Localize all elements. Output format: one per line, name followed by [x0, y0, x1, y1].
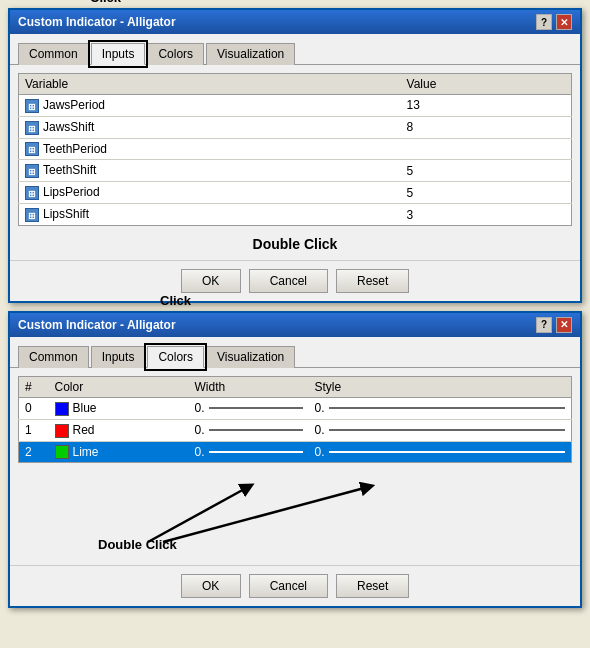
color-swatch-lime: [55, 445, 69, 459]
col-variable-header: Variable: [19, 74, 401, 95]
table-row[interactable]: ⊞LipsPeriod 5: [19, 182, 572, 204]
bottom-dblclick-label: Double Click: [98, 537, 177, 552]
top-dialog-body: Variable Value ⊞JawsPeriod 13 ⊞JawsShift: [10, 65, 580, 260]
style-display: 0.: [315, 445, 566, 459]
row-value: 5: [401, 160, 572, 182]
color-name: Blue: [49, 397, 189, 419]
color-row-1[interactable]: 1 Red 0. 0.: [19, 419, 572, 441]
color-index: 2: [19, 441, 49, 463]
width-display: 0.: [195, 401, 303, 415]
bottom-tabs: Common Inputs Colors Visualization: [10, 341, 580, 368]
top-tabs: Common Inputs Colors Visualization: [10, 38, 580, 65]
bottom-click-annotation: Click: [160, 293, 191, 308]
bottom-cancel-button[interactable]: Cancel: [249, 574, 328, 598]
bottom-dialog-title: Custom Indicator - Alligator: [18, 318, 176, 332]
color-width: 0.: [189, 419, 309, 441]
top-cancel-button[interactable]: Cancel: [249, 269, 328, 293]
row-variable: ⊞LipsPeriod: [19, 182, 401, 204]
tab-common-top[interactable]: Common: [18, 43, 89, 65]
row-variable: ⊞TeethShift: [19, 160, 401, 182]
tab-visualization-top[interactable]: Visualization: [206, 43, 295, 65]
top-dialog-title: Custom Indicator - Alligator: [18, 15, 176, 29]
color-index: 0: [19, 397, 49, 419]
bottom-dialog-footer: OK Cancel Reset: [10, 565, 580, 606]
tab-inputs-top[interactable]: Inputs: [91, 43, 146, 65]
width-display: 0.: [195, 423, 303, 437]
tab-colors-top[interactable]: Colors: [147, 43, 204, 65]
width-line: [209, 451, 303, 453]
row-icon: ⊞: [25, 142, 39, 156]
row-value: 8: [401, 116, 572, 138]
tab-common-bottom[interactable]: Common: [18, 346, 89, 368]
color-swatch-blue: [55, 402, 69, 416]
row-variable: ⊞LipsShift: [19, 204, 401, 226]
bottom-title-bar: Custom Indicator - Alligator ? ✕: [10, 313, 580, 337]
color-name: Red: [49, 419, 189, 441]
bottom-title-buttons: ? ✕: [536, 317, 572, 333]
bottom-reset-button[interactable]: Reset: [336, 574, 409, 598]
top-reset-button[interactable]: Reset: [336, 269, 409, 293]
bottom-dialog: Custom Indicator - Alligator ? ✕ Common …: [8, 311, 582, 608]
color-style: 0.: [309, 397, 572, 419]
table-row[interactable]: ⊞TeethShift 5: [19, 160, 572, 182]
row-icon: ⊞: [25, 164, 39, 178]
top-close-button[interactable]: ✕: [556, 14, 572, 30]
style-line: [329, 451, 565, 453]
top-help-button[interactable]: ?: [536, 14, 552, 30]
bottom-ok-button[interactable]: OK: [181, 574, 241, 598]
top-dialog-window: Custom Indicator - Alligator ? ✕ Common …: [8, 8, 582, 303]
color-row-2[interactable]: 2 Lime 0. 0.: [19, 441, 572, 463]
bottom-close-button[interactable]: ✕: [556, 317, 572, 333]
table-row[interactable]: ⊞TeethPeriod: [19, 138, 572, 160]
row-variable: ⊞TeethPeriod: [19, 138, 401, 160]
top-title-buttons: ? ✕: [536, 14, 572, 30]
col-value-header: Value: [401, 74, 572, 95]
color-width: 0.: [189, 397, 309, 419]
row-value: 13: [401, 95, 572, 117]
row-icon: ⊞: [25, 186, 39, 200]
top-ok-button[interactable]: OK: [181, 269, 241, 293]
top-dblclick-label: Double Click: [18, 236, 572, 252]
row-value: [401, 138, 572, 160]
width-line: [209, 429, 303, 431]
top-dialog: Custom Indicator - Alligator ? ✕ Common …: [8, 8, 582, 303]
col-style-header: Style: [309, 376, 572, 397]
tab-inputs-bottom[interactable]: Inputs: [91, 346, 146, 368]
row-icon: ⊞: [25, 121, 39, 135]
inputs-table: Variable Value ⊞JawsPeriod 13 ⊞JawsShift: [18, 73, 572, 226]
color-index: 1: [19, 419, 49, 441]
width-line: [209, 407, 303, 409]
color-swatch-red: [55, 424, 69, 438]
table-row[interactable]: ⊞JawsPeriod 13: [19, 95, 572, 117]
style-line: [329, 429, 565, 431]
color-style: 0.: [309, 419, 572, 441]
bottom-dialog-body: # Color Width Style 0 Blue 0.: [10, 368, 580, 565]
color-row-0[interactable]: 0 Blue 0. 0.: [19, 397, 572, 419]
tab-colors-bottom[interactable]: Colors: [147, 346, 204, 368]
bottom-help-button[interactable]: ?: [536, 317, 552, 333]
top-title-bar: Custom Indicator - Alligator ? ✕: [10, 10, 580, 34]
tab-visualization-bottom[interactable]: Visualization: [206, 346, 295, 368]
row-variable: ⊞JawsPeriod: [19, 95, 401, 117]
color-style: 0.: [309, 441, 572, 463]
style-display: 0.: [315, 423, 566, 437]
top-click-annotation: Click: [90, 0, 121, 5]
table-row[interactable]: ⊞LipsShift 3: [19, 204, 572, 226]
row-icon: ⊞: [25, 99, 39, 113]
bottom-dialog-window: Custom Indicator - Alligator ? ✕ Common …: [8, 311, 582, 608]
svg-line-1: [163, 487, 368, 542]
width-display: 0.: [195, 445, 303, 459]
style-display: 0.: [315, 401, 566, 415]
row-value: 3: [401, 204, 572, 226]
color-width: 0.: [189, 441, 309, 463]
col-hash-header: #: [19, 376, 49, 397]
top-dialog-footer: OK Cancel Reset: [10, 260, 580, 301]
row-value: 5: [401, 182, 572, 204]
col-color-header: Color: [49, 376, 189, 397]
row-variable: ⊞JawsShift: [19, 116, 401, 138]
style-line: [329, 407, 565, 409]
table-row[interactable]: ⊞JawsShift 8: [19, 116, 572, 138]
row-icon: ⊞: [25, 208, 39, 222]
color-name: Lime: [49, 441, 189, 463]
colors-table: # Color Width Style 0 Blue 0.: [18, 376, 572, 463]
